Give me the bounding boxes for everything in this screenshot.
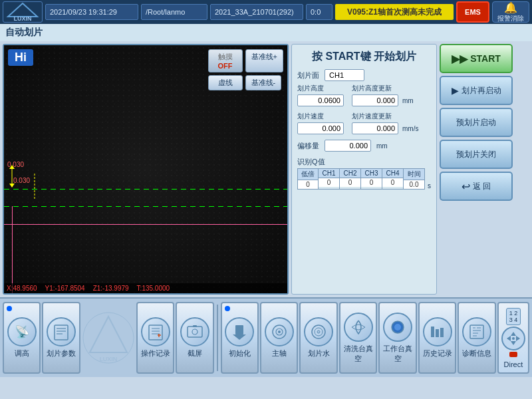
hi-badge: Hi (8, 49, 33, 66)
diaoao-icon: 📡 (7, 317, 37, 346)
coord-t: T:135.0000 (137, 285, 170, 292)
svg-marker-45 (507, 336, 511, 341)
screenshot-icon (180, 317, 209, 346)
start-button[interactable]: ▶▶ START (440, 44, 513, 73)
top-bar: LUXIN 2021/09/23 19:31:29 /Root/lanmo 20… (0, 0, 532, 24)
baseline-line-2 (4, 206, 287, 207)
jobid-field: 2021_33A_210701(292) (210, 4, 303, 20)
toolbar-btn-params[interactable]: 划片参数 (42, 302, 80, 374)
diag-label: 诊断信息 (462, 348, 491, 358)
svg-rect-20 (188, 327, 202, 337)
prestart-button[interactable]: 预划片启动 (440, 108, 513, 137)
speed-update-input[interactable] (352, 122, 398, 134)
bottom-toolbar: 📡 调高 划片参数 LUXIN (0, 297, 532, 377)
q-col-ch4: CH4 0 (382, 168, 404, 190)
right-side: 按 START键 开始划片 划片面 CH1 划片高度 划片高度更新 (291, 44, 513, 295)
height-unit: mm (402, 97, 414, 104)
toolbar-btn-screenshot[interactable]: 截屏 (176, 302, 213, 374)
speed-input[interactable] (297, 122, 344, 134)
toolbar-btn-spindle[interactable]: 主轴 (260, 302, 298, 374)
cut-line-horizontal (4, 224, 287, 225)
svg-text:LUXIN: LUXIN (100, 356, 118, 362)
height-group: 划片高度 划片高度更新 mm (297, 84, 431, 106)
channel-display: CH1 (325, 69, 364, 81)
section-title: 按 START键 开始划片 (297, 50, 431, 64)
cleanvac-label: 清洗台真空 (340, 344, 376, 364)
svg-point-31 (319, 332, 319, 332)
baseline-plus-button[interactable]: 基准线+ (245, 49, 283, 72)
workvac-icon (383, 313, 412, 342)
center-logo-area: LUXIN (82, 302, 135, 374)
svg-marker-12 (90, 317, 127, 352)
speed-label: 划片速度 (297, 112, 344, 121)
coord-z1: Z1:-13.9979 (93, 285, 129, 292)
history-icon (423, 317, 452, 346)
camera-view: Hi 触摸 OFF 基准线+ 虚线 基准线- (4, 45, 287, 293)
q-unit: s (428, 182, 431, 190)
directional-icon (501, 327, 525, 350)
svg-point-47 (512, 337, 515, 340)
path-field: /Root/lanmo (141, 4, 207, 20)
cut-line-vertical (12, 206, 13, 293)
camera-panel: Hi 触摸 OFF 基准线+ 虚线 基准线- (3, 44, 289, 295)
svg-rect-23 (235, 325, 243, 334)
separator-1 (217, 305, 218, 371)
measurement-svg: 0.030 (4, 157, 64, 190)
svg-text:0.030: 0.030 (7, 161, 24, 168)
preclose-button[interactable]: 预划片关闭 (440, 140, 513, 169)
offset-row: 偏移量 mm (297, 140, 431, 152)
svg-point-33 (394, 324, 401, 331)
ems-button[interactable]: EMS (456, 1, 489, 23)
back-button[interactable]: ↩ 返 回 (440, 172, 513, 201)
coords-bar: X:48.9560 Y1:-167.8504 Z1:-13.9979 T:135… (4, 283, 287, 293)
toolbar-btn-diag[interactable]: 诊断信息 (458, 302, 495, 374)
title-bar: 自动划片 (0, 24, 532, 41)
q-col-ch2: CH2 0 (340, 168, 361, 190)
channel-label: 划片面 (297, 70, 319, 80)
action-buttons: ▶▶ START ▶ 划片再启动 预划片启动 预划片关闭 ↩ 返 回 (440, 44, 513, 295)
spindle-label: 主轴 (272, 348, 287, 358)
toolbar-btn-history[interactable]: 历史记录 (418, 302, 456, 374)
alarm-button[interactable]: 🔔 报警消除 (492, 1, 529, 23)
toolbar-btn-init[interactable]: 初始化 (221, 302, 259, 374)
toolbar-btn-oplog[interactable]: 操作记录 (136, 302, 174, 374)
q-col-difile: 低倍 0 (297, 168, 319, 190)
workvac-label: 工作台真空 (380, 344, 415, 364)
touch-button[interactable]: 触摸 OFF (208, 49, 243, 72)
toolbar-btn-workvac[interactable]: 工作台真空 (378, 302, 416, 374)
indicator-dot-init (225, 306, 230, 311)
direct-label: Direct (504, 360, 523, 368)
params-icon (47, 317, 76, 346)
virtual-line-button[interactable]: 虚线 (208, 75, 243, 90)
cleanvac-icon (344, 313, 373, 342)
water-icon (304, 317, 333, 346)
height-update-label: 划片高度更新 (352, 84, 414, 93)
height-label: 划片高度 (297, 84, 344, 93)
offset-unit: mm (376, 142, 388, 150)
svg-rect-35 (436, 329, 439, 337)
coord-y1: Y1:-167.8504 (45, 285, 85, 292)
baseline-minus-button[interactable]: 基准线- (245, 75, 282, 90)
speed-group: 划片速度 划片速度更新 mm/s (297, 112, 431, 134)
coord-field: 0:0 (306, 4, 332, 20)
svg-marker-0 (8, 3, 37, 17)
toolbar-btn-water[interactable]: 划片水 (299, 302, 337, 374)
screenshot-label: 截屏 (188, 348, 202, 358)
offset-input[interactable] (325, 140, 371, 152)
toolbar-btn-direct[interactable]: 1 23 4 Direct (497, 302, 529, 374)
toolbar-btn-diaoao[interactable]: 📡 调高 (3, 302, 41, 374)
height-update-input[interactable] (352, 94, 398, 106)
init-icon (225, 317, 254, 346)
history-label: 历史记录 (423, 348, 452, 358)
restart-button[interactable]: ▶ 划片再启动 (440, 76, 513, 105)
coord-x: X:48.9560 (7, 285, 37, 292)
svg-rect-7 (55, 325, 68, 340)
toolbar-btn-cleanvac[interactable]: 清洗台真空 (339, 302, 377, 374)
svg-point-27 (278, 331, 281, 333)
datetime-field: 2021/09/23 19:31:29 (45, 4, 138, 20)
init-label: 初始化 (229, 348, 251, 358)
svg-marker-44 (511, 341, 516, 345)
page-title: 自动划片 (5, 27, 43, 39)
height-input[interactable] (297, 94, 344, 106)
svg-text:LUXIN: LUXIN (14, 15, 32, 21)
